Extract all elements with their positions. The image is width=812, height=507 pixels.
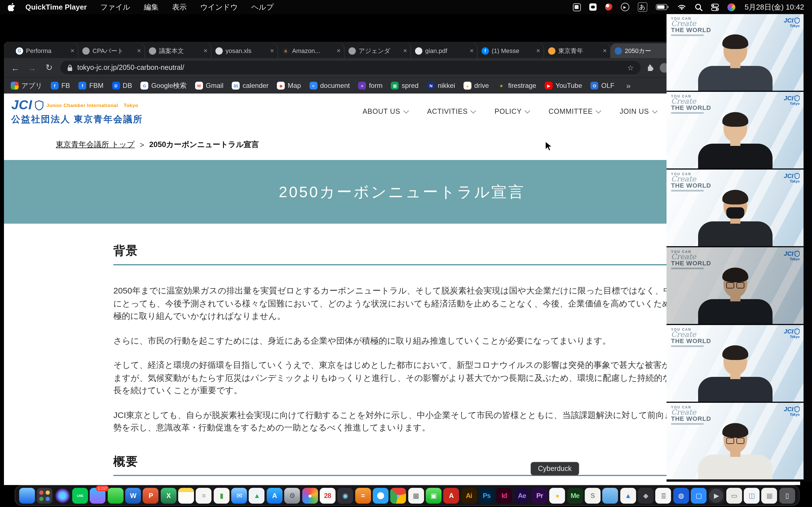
dock-item[interactable]: ● [390,488,406,503]
dock-app-icon[interactable]: ≡ [196,488,212,503]
breadcrumb-home-link[interactable]: 東京青年会議所 トップ [56,140,135,150]
dock-item[interactable]: ● [302,488,318,503]
dock-app-icon[interactable]: ▯ [779,488,795,503]
dock-app-icon[interactable]: Ai [461,488,477,503]
dock-app-icon[interactable]: ▲ [249,488,265,503]
bookmark-item[interactable]: O OLF [591,81,615,91]
bookmark-item[interactable]: 31 calender [232,81,269,91]
dock-item[interactable] [54,488,70,503]
dock-item[interactable] [373,488,389,503]
bookmark-item[interactable]: ◆ Map [277,81,301,91]
dock-item[interactable]: ▲ [620,488,636,503]
video-tile[interactable]: YOU CAN Create THE WORLD JCI Tokyo [666,325,804,402]
dock-item[interactable]: Ae [514,488,530,503]
dock-app-icon[interactable] [178,488,194,503]
dock-item[interactable]: ◍ [673,488,689,503]
play-status-icon[interactable]: ▶ [620,3,629,11]
bookmarks-overflow-icon[interactable]: » [626,81,631,90]
dock-item[interactable]: = [355,488,371,503]
dock-app-icon[interactable]: ▣ [426,488,442,503]
dock-item[interactable]: A [444,488,459,503]
bookmark-item[interactable]: アプリ [11,81,42,91]
tab-close-icon[interactable]: × [137,47,141,55]
battery-icon[interactable] [656,4,668,10]
dock-item[interactable]: ▣ [426,488,442,503]
dock-item[interactable]: ⚙ [284,488,300,503]
url-text[interactable]: tokyo-jc.or.jp/2050-carbon-neutral/ [77,64,184,71]
site-nav-item[interactable]: ABOUT US [363,108,408,115]
dock-item[interactable]: ▶ [709,488,724,503]
tab-close-icon[interactable]: × [403,47,407,55]
bookmark-item[interactable]: f FB [51,81,70,91]
video-tile[interactable]: YOU CAN Create THE WORLD JCI Tokyo [666,403,804,480]
bookmark-item[interactable]: M Gmail [195,81,223,91]
dock-app-icon[interactable]: ▮ [214,488,230,503]
dock-app-icon[interactable]: ▲ [620,488,636,503]
dock-item[interactable]: W [125,488,141,503]
dock-item[interactable] [178,488,194,503]
dock-item[interactable]: 28 [320,488,336,503]
dock-item[interactable]: Pr [532,488,548,503]
dock-app-icon[interactable]: A [444,488,459,503]
menu-item[interactable]: ヘルプ [251,2,274,12]
line-status-icon[interactable] [589,3,596,11]
dock-item[interactable]: ▲ [249,488,265,503]
site-nav-item[interactable]: POLICY [495,108,529,115]
dock-item[interactable]: A [267,488,283,503]
input-source-icon[interactable]: あ [638,2,647,12]
dock-app-icon[interactable]: ◆ [638,488,654,503]
dock-item[interactable]: Ps [479,488,495,503]
dock-app-icon[interactable]: W [125,488,141,503]
dock-item[interactable]: LINE [72,488,88,503]
dock-item[interactable] [37,488,53,503]
dock-app-icon[interactable]: LINE [72,488,88,503]
browser-tab[interactable]: f (1) Messe × [477,43,544,58]
active-app-name[interactable]: QuickTime Player [26,3,87,11]
dock-app-icon[interactable] [19,488,35,503]
dock-item[interactable]: Id [497,488,512,503]
dock-item[interactable]: ▦ [408,488,424,503]
dock-app-icon[interactable]: Pr [532,488,548,503]
dock-item[interactable]: ✉ [231,488,247,503]
dock-app-icon[interactable]: ▶ [709,488,724,503]
dock-item[interactable] [19,488,35,503]
bookmark-item[interactable]: ▦ spred [391,81,419,91]
dock-app-icon[interactable]: Ps [479,488,495,503]
dock-app-icon[interactable]: P [143,488,159,503]
reload-button[interactable]: ↻ [43,62,55,73]
tab-close-icon[interactable]: × [270,47,274,55]
dock-item[interactable] [603,488,618,503]
dock-app-icon[interactable]: ◫ [744,488,760,503]
video-tile[interactable]: YOU CAN Create THE WORLD JCI Tokyo [666,14,804,91]
dock-app-icon[interactable]: ◍ [673,488,689,503]
bookmark-item[interactable]: ≡ document [309,81,350,91]
browser-tab[interactable]: CPAパート × [79,43,145,58]
bookmark-item[interactable]: f FBM [79,81,103,91]
browser-tab[interactable]: 東京青年 × [544,43,611,58]
bookmark-item[interactable]: ★ firestrage [497,81,536,91]
dock-app-icon[interactable]: Me [567,488,583,503]
dock-app-icon[interactable]: ▭ [726,488,742,503]
status-utility-icon[interactable] [573,3,580,11]
dock-item[interactable]: Ai [461,488,477,503]
tab-close-icon[interactable]: × [470,47,474,55]
spotlight-search-icon[interactable] [695,3,702,11]
dock-item[interactable]: ≡ [196,488,212,503]
tab-close-icon[interactable]: × [204,47,207,55]
dock-app-icon[interactable]: ✉ [231,488,247,503]
control-center-icon[interactable] [711,3,719,11]
bookmark-item[interactable]: ▲ drive [463,81,489,91]
site-nav-item[interactable]: COMMITTEE [548,108,600,115]
red-app-status-icon[interactable] [605,3,612,11]
dock-item[interactable]: ▮ [214,488,230,503]
tab-close-icon[interactable]: × [337,47,341,55]
menu-item[interactable]: 編集 [144,2,158,12]
browser-tab[interactable]: アジェンダ × [345,43,411,58]
dock-app-icon[interactable]: S [585,488,601,503]
apple-menu-icon[interactable] [8,3,15,11]
user-app-status-icon[interactable] [727,3,735,11]
bookmark-star-icon[interactable]: ☆ [627,63,634,72]
dock-app-icon[interactable]: = [355,488,371,503]
video-tile[interactable]: YOU CAN Create THE WORLD JCI Tokyo [666,247,804,324]
address-bar[interactable]: tokyo-jc.or.jp/2050-carbon-neutral/ ☆ [60,61,641,74]
